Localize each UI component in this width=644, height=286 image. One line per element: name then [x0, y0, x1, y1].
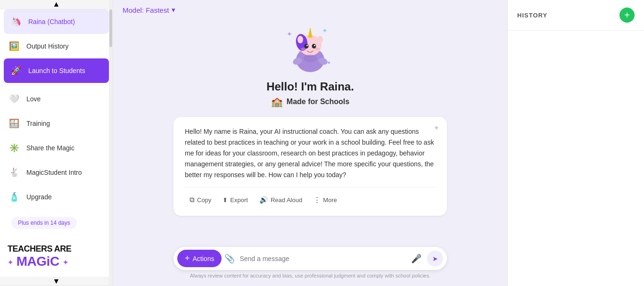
sidebar-item-launch-to-students[interactable]: 🚀 Launch to Students: [4, 58, 109, 83]
sidebar-item-label: Training: [26, 120, 50, 127]
scroll-down-button[interactable]: ▼: [0, 277, 113, 286]
copy-button[interactable]: ⧉ Copy: [185, 193, 216, 206]
copy-label: Copy: [197, 196, 211, 204]
made-for-schools: 🏫 Made for Schools: [271, 96, 349, 107]
actions-button[interactable]: + Actions: [177, 250, 222, 267]
sidebar-item-output-history[interactable]: 🖼️ Output History: [0, 34, 113, 58]
svg-point-15: [314, 45, 315, 46]
scroll-up-button[interactable]: ▲: [0, 0, 113, 9]
sidebar-item-share-magic[interactable]: ✳️ Share the Magic: [0, 136, 113, 160]
message-input[interactable]: [238, 252, 405, 265]
svg-text:✦: ✦: [322, 27, 328, 34]
export-label: Export: [230, 196, 248, 204]
chat-area: ✦ ✦ ✦: [113, 20, 507, 247]
share-magic-icon: ✳️: [8, 141, 21, 155]
export-icon: ⬆: [223, 196, 228, 204]
read-aloud-label: Read Aloud: [271, 196, 302, 204]
sparkle-icon: ✦: [433, 123, 439, 132]
training-icon: 🪟: [8, 117, 21, 130]
launch-icon: 🚀: [9, 64, 23, 77]
history-content: [508, 31, 644, 286]
sidebar-item-magicstudent-intro[interactable]: 🐇 MagicStudent Intro: [0, 160, 113, 185]
raina-title: Hello! I'm Raina.: [266, 80, 354, 93]
magicstudent-icon: 🐇: [8, 166, 21, 179]
sidebar-item-label: Output History: [26, 42, 68, 50]
output-history-icon: 🖼️: [8, 40, 21, 53]
brand-line1: TEACHERS ARE: [8, 244, 105, 254]
sidebar: ▲ 🦄 Raina (Chatbot) 🖼️ Output History 🚀 …: [0, 0, 113, 286]
plus-badge[interactable]: Plus ends in 14 days: [11, 217, 77, 229]
sidebar-item-training[interactable]: 🪟 Training: [0, 111, 113, 136]
chevron-down-icon: ▼: [53, 277, 60, 286]
export-button[interactable]: ⬆ Export: [218, 194, 253, 206]
model-chevron-icon: ▾: [172, 6, 175, 14]
mic-button[interactable]: 🎤: [408, 252, 424, 266]
history-title: HISTORY: [517, 12, 547, 19]
right-panel: HISTORY +: [507, 0, 644, 286]
sidebar-item-label: Launch to Students: [28, 67, 85, 74]
read-aloud-button[interactable]: 🔊 Read Aloud: [255, 193, 307, 206]
more-button[interactable]: ⋮ More: [309, 193, 342, 206]
brand-star-right: ✦: [63, 259, 68, 266]
upgrade-icon: 🧴: [8, 190, 21, 204]
sidebar-divider: [0, 85, 113, 85]
raina-header: ✦ ✦ ✦: [266, 20, 354, 117]
actions-label: Actions: [193, 255, 215, 262]
actions-plus-icon: +: [185, 253, 190, 263]
svg-point-12: [305, 44, 309, 49]
read-aloud-icon: 🔊: [259, 196, 268, 204]
sidebar-item-label: Upgrade: [26, 193, 52, 201]
svg-point-16: [301, 48, 305, 50]
more-label: More: [323, 196, 337, 204]
add-icon: +: [624, 10, 630, 21]
copy-icon: ⧉: [190, 196, 195, 204]
attachment-icon: 📎: [224, 253, 235, 264]
svg-point-13: [312, 44, 316, 49]
raina-chatbot-icon: 🦄: [9, 15, 23, 28]
svg-text:✦: ✦: [287, 30, 292, 38]
chat-message: Hello! My name is Raina, your AI instruc…: [185, 126, 436, 180]
svg-point-10: [297, 36, 303, 43]
chat-bubble: ✦ Hello! My name is Raina, your AI instr…: [173, 117, 447, 216]
made-for-schools-label: Made for Schools: [287, 98, 349, 106]
sidebar-item-label: Share the Magic: [26, 144, 74, 152]
school-icon: 🏫: [271, 96, 283, 107]
sidebar-item-label: MagicStudent Intro: [26, 169, 82, 176]
love-icon: 🤍: [8, 92, 21, 106]
input-area: + Actions 📎 🎤 ➤ Always review content fo…: [113, 247, 507, 286]
chat-actions: ⧉ Copy ⬆ Export 🔊 Read Aloud ⋮ More: [185, 187, 436, 206]
model-label: Model: Fastest: [123, 6, 169, 14]
main-content: Model: Fastest ▾ ✦ ✦ ✦: [113, 0, 507, 286]
brand-line2: ✦ MAGiC ✦: [8, 254, 105, 269]
model-bar: Model: Fastest ▾: [113, 0, 507, 20]
model-selector[interactable]: Model: Fastest ▾: [123, 6, 175, 14]
brand-star-left: ✦: [8, 259, 13, 266]
chevron-up-icon: ▲: [53, 0, 60, 8]
sidebar-item-raina-chatbot[interactable]: 🦄 Raina (Chatbot): [4, 9, 109, 34]
raina-avatar: ✦ ✦ ✦: [284, 25, 336, 76]
add-history-button[interactable]: +: [619, 8, 635, 23]
send-button[interactable]: ➤: [427, 251, 443, 267]
scroll-thumb: [109, 9, 112, 47]
disclaimer-text: Always review content for accuracy and b…: [190, 273, 431, 278]
sidebar-item-upgrade[interactable]: 🧴 Upgrade: [0, 185, 113, 209]
brand-logo: TEACHERS ARE ✦ MAGiC ✦: [0, 237, 113, 277]
svg-point-17: [315, 48, 320, 50]
mic-icon: 🎤: [411, 254, 421, 263]
svg-point-18: [304, 55, 317, 62]
input-box: + Actions 📎 🎤 ➤: [173, 247, 447, 270]
sidebar-item-label: Love: [26, 95, 41, 103]
sidebar-item-love[interactable]: 🤍 Love: [0, 87, 113, 111]
scroll-track: [109, 0, 113, 286]
sidebar-item-label: Raina (Chatbot): [28, 18, 75, 25]
history-header: HISTORY +: [508, 0, 644, 31]
unicorn-svg: ✦ ✦ ✦: [284, 25, 336, 76]
svg-point-14: [306, 45, 308, 46]
send-icon: ➤: [432, 255, 438, 262]
svg-point-11: [317, 36, 323, 43]
more-icon: ⋮: [314, 196, 321, 204]
